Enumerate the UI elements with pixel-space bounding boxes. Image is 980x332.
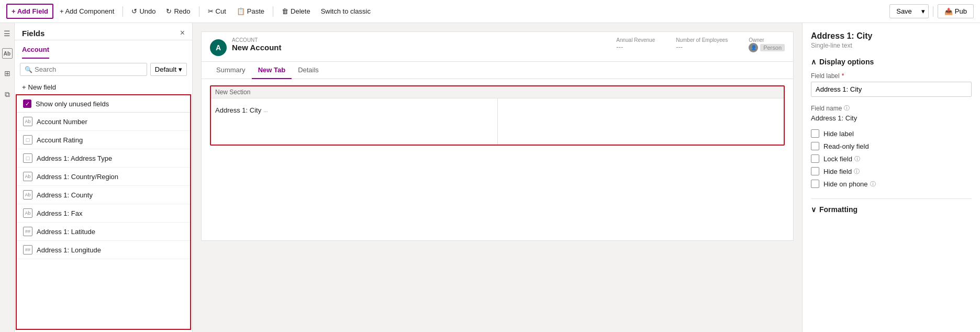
redo-button[interactable]: ↻ Redo bbox=[162, 5, 194, 18]
read-only-checkbox[interactable] bbox=[811, 142, 819, 150]
read-only-row[interactable]: Read-only field bbox=[811, 142, 972, 150]
read-only-label: Read-only field bbox=[823, 142, 869, 150]
right-panel: Address 1: City Single-line text ∧ Displ… bbox=[802, 23, 980, 332]
list-item[interactable]: □ Address 1: Address Type bbox=[17, 149, 190, 168]
account-type: ACCOUNT bbox=[232, 37, 281, 43]
undo-label: Undo bbox=[139, 7, 155, 15]
list-item[interactable]: ## Address 1: Latitude bbox=[17, 223, 190, 241]
toolbar-separator-3 bbox=[273, 6, 273, 17]
field-label-input[interactable] bbox=[811, 82, 972, 97]
show-unused-checkbox[interactable] bbox=[23, 99, 31, 108]
field-name-label: Address 1: Fax bbox=[37, 209, 82, 217]
default-dropdown[interactable]: Default ▾ bbox=[150, 63, 187, 76]
field-chip-actions[interactable]: ... bbox=[263, 107, 268, 113]
nav-menu-button[interactable]: ☰ bbox=[1, 27, 14, 40]
nav-text-button[interactable]: Ab bbox=[2, 48, 13, 59]
add-field-button[interactable]: + Add Field bbox=[6, 4, 53, 19]
tab-new-tab[interactable]: New Tab bbox=[252, 62, 292, 79]
undo-button[interactable]: ↺ Undo bbox=[127, 5, 160, 18]
toolbar-right: Save ▾ 📤 Pub bbox=[889, 4, 974, 18]
section-row-empty bbox=[211, 121, 784, 145]
save-button[interactable]: Save bbox=[890, 5, 918, 18]
field-name-label: Account Number bbox=[37, 118, 87, 126]
field-name-info-icon: ⓘ bbox=[844, 104, 850, 112]
tab-summary[interactable]: Summary bbox=[210, 62, 252, 79]
lock-field-info-icon: ⓘ bbox=[854, 155, 860, 163]
section-row: Address 1: City ... bbox=[211, 98, 784, 121]
formatting-header[interactable]: ∨ Formatting bbox=[811, 205, 972, 214]
section-col-empty-left[interactable] bbox=[211, 121, 498, 145]
sidebar-tab: Account bbox=[15, 40, 192, 59]
owner-value: 👤 Person bbox=[749, 43, 785, 52]
list-item[interactable]: Ab Address 1: Country/Region bbox=[17, 168, 190, 186]
tab-details[interactable]: Details bbox=[292, 62, 325, 79]
annual-revenue-value: --- bbox=[616, 43, 655, 51]
default-label: Default bbox=[155, 65, 176, 73]
owner-name: Person bbox=[760, 44, 785, 51]
field-type-icon: Ab bbox=[23, 190, 32, 200]
section-col-left[interactable]: Address 1: City ... bbox=[211, 98, 498, 121]
display-options-header[interactable]: ∧ Display options bbox=[811, 58, 972, 66]
nav-grid-button[interactable]: ⊞ bbox=[1, 67, 14, 80]
list-item[interactable]: □ Account Rating bbox=[17, 131, 190, 149]
publish-button[interactable]: 📤 Pub bbox=[938, 4, 974, 18]
section-col-empty-right[interactable] bbox=[498, 121, 784, 145]
hide-label-row[interactable]: Hide label bbox=[811, 129, 972, 138]
list-item[interactable]: Ab Address 1: Fax bbox=[17, 204, 190, 223]
toolbar-separator-4 bbox=[933, 6, 933, 17]
list-item[interactable]: Ab Address 1: County bbox=[17, 186, 190, 204]
formatting-label: Formatting bbox=[819, 205, 858, 214]
cut-button[interactable]: ✂ Cut bbox=[204, 5, 230, 18]
list-item[interactable]: Ab Account Number bbox=[17, 113, 190, 131]
plus-icon: + bbox=[22, 83, 26, 91]
hide-phone-checkbox[interactable] bbox=[811, 180, 819, 188]
hide-field-row[interactable]: Hide field ⓘ bbox=[811, 167, 972, 175]
header-fields: Annual Revenue --- Number of Employees -… bbox=[616, 37, 785, 52]
form-body: New Section Address 1: City ... bbox=[202, 79, 793, 152]
switch-classic-button[interactable]: Switch to classic bbox=[317, 5, 375, 18]
field-name-label: Address 1: Longitude bbox=[37, 246, 101, 254]
show-unused-row[interactable]: Show only unused fields bbox=[17, 95, 190, 113]
delete-button[interactable]: 🗑 Delete bbox=[277, 5, 315, 18]
paste-icon: 📋 bbox=[237, 7, 245, 15]
chevron-down-icon: ▾ bbox=[921, 7, 925, 15]
sidebar-close-button[interactable]: × bbox=[180, 28, 185, 38]
fields-list: Show only unused fields Ab Account Numbe… bbox=[16, 94, 191, 330]
lock-field-row[interactable]: Lock field ⓘ bbox=[811, 154, 972, 163]
hide-field-checkbox[interactable] bbox=[811, 167, 819, 175]
owner-avatar: 👤 bbox=[749, 43, 758, 52]
add-component-button[interactable]: + Add Component bbox=[55, 5, 118, 18]
field-name-label: Address 1: Address Type bbox=[37, 154, 112, 162]
toolbar: + Add Field + Add Component ↺ Undo ↻ Red… bbox=[0, 0, 980, 23]
paste-button[interactable]: 📋 Paste bbox=[232, 5, 269, 18]
toolbar-separator-2 bbox=[199, 6, 199, 17]
field-name-label: Address 1: Country/Region bbox=[37, 173, 118, 181]
sidebar-header: Fields × bbox=[15, 23, 192, 40]
list-item[interactable]: ## Address 1: Longitude bbox=[17, 241, 190, 259]
nav-layers-button[interactable]: ⧉ bbox=[1, 88, 14, 101]
employees-label: Number of Employees bbox=[676, 37, 728, 43]
annual-revenue-field: Annual Revenue --- bbox=[616, 37, 655, 52]
main-area: ☰ Ab ⊞ ⧉ Fields × Account 🔍 Default ▾ + … bbox=[0, 23, 980, 332]
avatar: A bbox=[210, 39, 227, 56]
search-input[interactable] bbox=[35, 65, 142, 73]
hide-label-label: Hide label bbox=[823, 130, 854, 138]
show-unused-label: Show only unused fields bbox=[36, 100, 109, 108]
sidebar-icons: ☰ Ab ⊞ ⧉ bbox=[0, 23, 15, 332]
hide-label-checkbox[interactable] bbox=[811, 129, 819, 138]
form-tabs: Summary New Tab Details bbox=[202, 62, 793, 79]
hide-field-label: Hide field ⓘ bbox=[823, 168, 860, 175]
new-field-button[interactable]: + New field bbox=[15, 80, 192, 94]
lock-field-checkbox[interactable] bbox=[811, 154, 819, 163]
sidebar-title: Fields bbox=[22, 29, 44, 38]
section-col-right[interactable] bbox=[498, 98, 784, 121]
hide-phone-row[interactable]: Hide on phone ⓘ bbox=[811, 180, 972, 188]
field-type-icon: □ bbox=[23, 135, 32, 145]
field-label-label: Field label * bbox=[811, 72, 972, 80]
account-tab[interactable]: Account bbox=[22, 43, 49, 59]
field-type-icon: Ab bbox=[23, 208, 32, 218]
save-dropdown-button[interactable]: ▾ bbox=[918, 5, 928, 18]
form-preview: A ACCOUNT New Account Annual Revenue ---… bbox=[201, 31, 794, 241]
section-box: New Section Address 1: City ... bbox=[210, 85, 785, 146]
fields-panel: Fields × Account 🔍 Default ▾ + New field bbox=[15, 23, 193, 332]
